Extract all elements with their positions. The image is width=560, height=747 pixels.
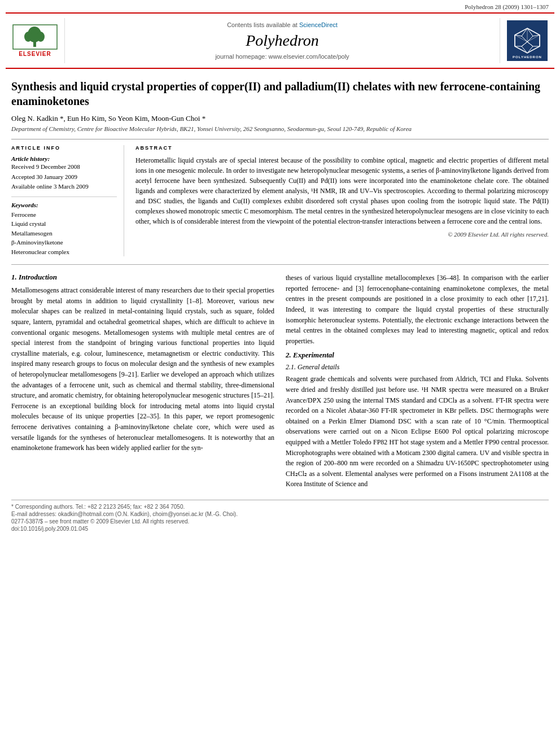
received-date: Received 9 December 2008: [11, 162, 117, 172]
affiliation: Department of Chemistry, Centre for Bioa…: [11, 125, 549, 132]
general-details-heading: 2.1. General details: [286, 363, 549, 372]
svg-point-3: [37, 32, 45, 42]
journal-banner: ELSEVIER Contents lists available at Sci…: [6, 12, 554, 69]
email-note: E-mail addresses: okadkin@hotmail.com (O…: [11, 511, 549, 517]
intro-heading: 1. Introduction: [11, 273, 274, 282]
corresponding-authors-note: * Corresponding authors. Tel.: +82 2 212…: [11, 504, 549, 510]
article-info-column: ARTICLE INFO Article history: Received 9…: [11, 145, 124, 256]
available-date: Available online 3 March 2009: [11, 182, 117, 192]
journal-homepage: journal homepage: www.elsevier.com/locat…: [215, 53, 349, 60]
history-label: Article history:: [11, 155, 117, 162]
polyhedron-label: POLYHEDRON: [513, 55, 542, 59]
sciencedirect-link[interactable]: ScienceDirect: [299, 21, 338, 28]
abstract-label: ABSTRACT: [135, 145, 549, 151]
journal-title: Polyhedron: [246, 32, 319, 50]
keyword-ferrocene: Ferrocene: [11, 210, 117, 220]
polyhedron-logo-box: POLYHEDRON POLYHEDRON: [507, 20, 548, 61]
elsevier-tree-icon: [12, 24, 58, 50]
experimental-heading: 2. Experimental: [286, 351, 549, 360]
keyword-metallamesogen: Metallamesogen: [11, 229, 117, 238]
abstract-column: ABSTRACT Heterometallic liquid crystals …: [135, 145, 549, 256]
journal-citation-text: Polyhedron 28 (2009) 1301–1307: [465, 3, 549, 10]
journal-title-section: Contents lists available at ScienceDirec…: [64, 18, 500, 63]
body-left-column: 1. Introduction Metallomesogens attract …: [11, 273, 274, 494]
keyword-liquid-crystal: Liquid crystal: [11, 219, 117, 229]
page-footer: * Corresponding authors. Tel.: +82 2 212…: [11, 500, 549, 532]
intro-para-1: Metallomesogens attract considerable int…: [11, 285, 274, 453]
copyright-line: © 2009 Elsevier Ltd. All rights reserved…: [135, 231, 549, 238]
accepted-date: Accepted 30 January 2009: [11, 172, 117, 182]
body-right-column: theses of various liquid crystalline met…: [286, 273, 549, 494]
article-history: Article history: Received 9 December 200…: [11, 155, 117, 192]
keyword-heteronuclear: Heteronuclear complex: [11, 247, 117, 257]
article-info-abstract-section: ARTICLE INFO Article history: Received 9…: [11, 139, 549, 256]
polyhedron-shape-icon: POLYHEDRON: [513, 26, 542, 55]
body-content: 1. Introduction Metallomesogens attract …: [0, 273, 560, 494]
article-info-label: ARTICLE INFO: [11, 145, 117, 151]
polyhedron-logo-section: POLYHEDRON POLYHEDRON: [500, 18, 554, 63]
abstract-text: Heterometallic liquid crystals are of sp…: [135, 155, 549, 226]
keywords-label: Keywords:: [11, 202, 117, 208]
article-content: Synthesis and liquid crystal properties …: [0, 69, 560, 256]
journal-citation-header: Polyhedron 28 (2009) 1301–1307: [0, 0, 560, 12]
svg-point-2: [24, 32, 32, 42]
intro-para-2: theses of various liquid crystalline met…: [286, 273, 549, 346]
elsevier-logo: ELSEVIER: [12, 24, 58, 57]
copyright-footer-note: 0277-5387/$ – see front matter © 2009 El…: [11, 518, 549, 525]
elsevier-wordmark: ELSEVIER: [19, 51, 51, 57]
general-details-para: Reagent grade chemicals and solvents wer…: [286, 374, 549, 490]
article-title: Synthesis and liquid crystal properties …: [11, 79, 549, 108]
authors-line: Oleg N. Kadkin *, Eun Ho Kim, So Yeon Ki…: [11, 114, 549, 123]
doi-note: doi:10.1016/j.poly.2009.01.045: [11, 526, 549, 532]
elsevier-logo-section: ELSEVIER: [6, 18, 64, 63]
contents-line: Contents lists available at ScienceDirec…: [227, 21, 338, 28]
keyword-aminovinylketone: β-Aminovinylketone: [11, 238, 117, 247]
